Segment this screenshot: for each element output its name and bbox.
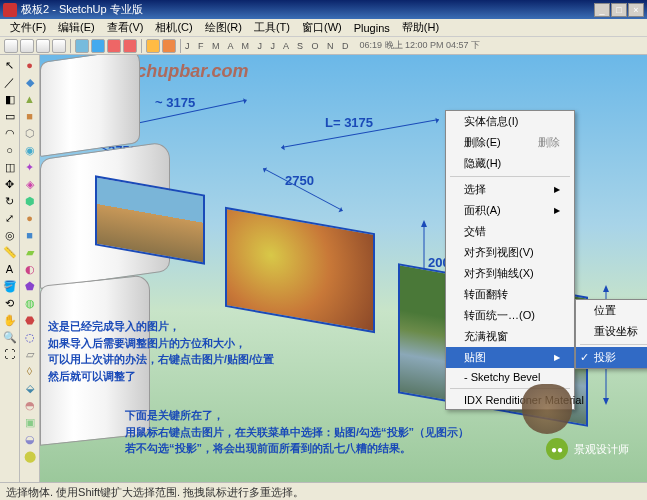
plugin-tool-icon[interactable]: ◊ xyxy=(22,363,38,379)
plugin-tool-icon[interactable]: ◌ xyxy=(22,329,38,345)
arc-tool-icon[interactable]: ◠ xyxy=(2,125,18,141)
annotation-text: 这是已经完成导入的图片， 如果导入后需要调整图片的方位和大小， 可以用上次讲的办… xyxy=(48,318,274,384)
plugin-tool-icon[interactable]: ⬣ xyxy=(22,312,38,328)
plugin-tool-icon[interactable]: ⬤ xyxy=(22,448,38,464)
toolbar-button[interactable] xyxy=(75,39,89,53)
rect-tool-icon[interactable]: ▭ xyxy=(2,108,18,124)
plugin-tool-icon[interactable]: ▲ xyxy=(22,91,38,107)
plugin-tool-icon[interactable]: ● xyxy=(22,57,38,73)
menu-item-texture[interactable]: 贴图 xyxy=(446,347,574,368)
left-toolbar-1: ↖ ／ ◧ ▭ ◠ ○ ◫ ✥ ↻ ⤢ ◎ 📏 A 🪣 ⟲ ✋ 🔍 ⛶ xyxy=(0,55,20,482)
text-tool-icon[interactable]: A xyxy=(2,261,18,277)
menu-view[interactable]: 查看(V) xyxy=(101,20,150,35)
plugin-tool-icon[interactable]: ▱ xyxy=(22,346,38,362)
plugin-tool-icon[interactable]: ⬢ xyxy=(22,193,38,209)
plugin-tool-icon[interactable]: ⬟ xyxy=(22,278,38,294)
toolbar-button[interactable] xyxy=(123,39,137,53)
menu-item-area[interactable]: 面积(A) xyxy=(446,200,574,221)
submenu-item-projected[interactable]: ✓投影 xyxy=(576,347,647,368)
plugin-tool-icon[interactable]: ⬡ xyxy=(22,125,38,141)
svg-marker-1 xyxy=(421,220,427,227)
plugin-tool-icon[interactable]: ● xyxy=(22,210,38,226)
menu-draw[interactable]: 绘图(R) xyxy=(199,20,248,35)
menu-item-align-view[interactable]: 对齐到视图(V) xyxy=(446,242,574,263)
menu-item-hide[interactable]: 隐藏(H) xyxy=(446,153,574,174)
pan-tool-icon[interactable]: ✋ xyxy=(2,312,18,328)
zoom-extents-icon[interactable]: ⛶ xyxy=(2,346,18,362)
menu-plugins[interactable]: Plugins xyxy=(348,22,396,34)
plugin-tool-icon[interactable]: ◆ xyxy=(22,74,38,90)
move-tool-icon[interactable]: ✥ xyxy=(2,176,18,192)
toolbar-button[interactable] xyxy=(107,39,121,53)
month-scale[interactable]: J F M A M J J A S O N D xyxy=(185,41,352,51)
menu-item-flip[interactable]: 转面翻转 xyxy=(446,284,574,305)
plugin-tool-icon[interactable]: ◐ xyxy=(22,261,38,277)
eraser-tool-icon[interactable]: ◧ xyxy=(2,91,18,107)
plugin-tool-icon[interactable]: ▣ xyxy=(22,414,38,430)
menu-separator xyxy=(450,176,570,177)
plugin-tool-icon[interactable]: ▰ xyxy=(22,244,38,260)
menu-help[interactable]: 帮助(H) xyxy=(396,20,445,35)
plugin-tool-icon[interactable]: ◓ xyxy=(22,397,38,413)
menu-window[interactable]: 窗口(W) xyxy=(296,20,348,35)
toolbar-button[interactable] xyxy=(52,39,66,53)
menu-item-zoom[interactable]: 充满视窗 xyxy=(446,326,574,347)
toolbar-button[interactable] xyxy=(20,39,34,53)
menu-separator xyxy=(580,344,647,345)
plugin-tool-icon[interactable]: ⬙ xyxy=(22,380,38,396)
tape-tool-icon[interactable]: 📏 xyxy=(2,244,18,260)
wechat-watermark: ●● 景观设计师 xyxy=(546,438,629,460)
plugin-tool-icon[interactable]: ■ xyxy=(22,108,38,124)
select-tool-icon[interactable]: ↖ xyxy=(2,57,18,73)
toolbar-button[interactable] xyxy=(162,39,176,53)
menu-file[interactable]: 文件(F) xyxy=(4,20,52,35)
menu-tools[interactable]: 工具(T) xyxy=(248,20,296,35)
model-surface[interactable] xyxy=(40,55,140,157)
toolbar-button[interactable] xyxy=(36,39,50,53)
plugin-tool-icon[interactable]: ◒ xyxy=(22,431,38,447)
plugin-tool-icon[interactable]: ✦ xyxy=(22,159,38,175)
annotation-text: 下面是关键所在了， 用鼠标右键点击图片，在关联菜单中选择：贴图/勾选“投影”（见… xyxy=(125,407,469,457)
maximize-button[interactable]: □ xyxy=(611,3,627,17)
menu-item-delete[interactable]: 删除(E)删除 xyxy=(446,132,574,153)
svg-marker-4 xyxy=(603,285,609,292)
time-display: 06:19 晚上 12:00 PM 04:57 下 xyxy=(360,39,481,52)
menu-item-align-axis[interactable]: 对齐到轴线(X) xyxy=(446,263,574,284)
close-button[interactable]: × xyxy=(628,3,644,17)
toolbar-button[interactable] xyxy=(4,39,18,53)
texture-image[interactable] xyxy=(225,207,375,333)
zoom-tool-icon[interactable]: 🔍 xyxy=(2,329,18,345)
menu-camera[interactable]: 相机(C) xyxy=(149,20,198,35)
plugin-tool-icon[interactable]: ◈ xyxy=(22,176,38,192)
menu-edit[interactable]: 编辑(E) xyxy=(52,20,101,35)
minimize-button[interactable]: _ xyxy=(594,3,610,17)
scale-tool-icon[interactable]: ⤢ xyxy=(2,210,18,226)
title-bar: 极板2 - SketchUp 专业版 _ □ × xyxy=(0,0,647,19)
wechat-icon: ●● xyxy=(546,438,568,460)
menu-item-intersect[interactable]: 交错 xyxy=(446,221,574,242)
menu-item-unify[interactable]: 转面统一…(O) xyxy=(446,305,574,326)
orbit-tool-icon[interactable]: ⟲ xyxy=(2,295,18,311)
toolbar-button[interactable] xyxy=(146,39,160,53)
push-tool-icon[interactable]: ◫ xyxy=(2,159,18,175)
plugin-tool-icon[interactable]: ■ xyxy=(22,227,38,243)
app-icon xyxy=(3,3,17,17)
plugin-tool-icon[interactable]: ◉ xyxy=(22,142,38,158)
toolbar-button[interactable] xyxy=(91,39,105,53)
separator xyxy=(180,39,181,53)
submenu-item-position[interactable]: 位置 xyxy=(576,300,647,321)
window-title: 极板2 - SketchUp 专业版 xyxy=(21,2,594,17)
paint-tool-icon[interactable]: 🪣 xyxy=(2,278,18,294)
menu-bar: 文件(F) 编辑(E) 查看(V) 相机(C) 绘图(R) 工具(T) 窗口(W… xyxy=(0,19,647,37)
menu-item-entity-info[interactable]: 实体信息(I) xyxy=(446,111,574,132)
submenu-item-reset[interactable]: 重设坐标 xyxy=(576,321,647,342)
plugin-icon xyxy=(522,384,572,434)
offset-tool-icon[interactable]: ◎ xyxy=(2,227,18,243)
viewport[interactable]: www.sketchupbar.com ~ 3175 2750 L= 3175 … xyxy=(40,55,647,482)
submenu-texture: 位置 重设坐标 ✓投影 xyxy=(575,299,647,369)
rotate-tool-icon[interactable]: ↻ xyxy=(2,193,18,209)
menu-item-select[interactable]: 选择 xyxy=(446,179,574,200)
line-tool-icon[interactable]: ／ xyxy=(2,74,18,90)
circle-tool-icon[interactable]: ○ xyxy=(2,142,18,158)
plugin-tool-icon[interactable]: ◍ xyxy=(22,295,38,311)
